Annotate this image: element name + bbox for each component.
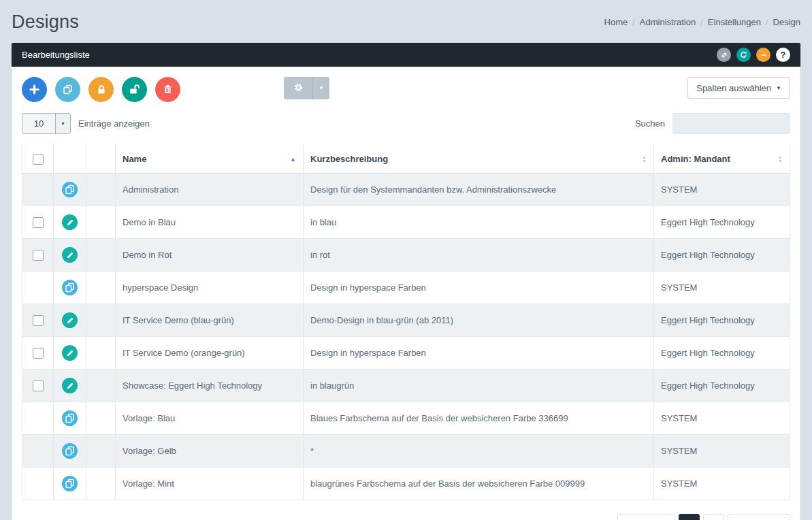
edit-icon[interactable] — [62, 214, 78, 230]
edit-icon[interactable] — [62, 247, 78, 263]
breadcrumb-separator: / — [632, 17, 635, 27]
breadcrumb-item-home[interactable]: Home — [604, 17, 628, 27]
row-action-cell — [54, 468, 86, 500]
row-select-cell — [22, 337, 54, 370]
breadcrumb-item-einstellungen[interactable]: Einstellungen — [708, 17, 761, 27]
page-1-button[interactable]: 1 — [679, 514, 700, 520]
row-select-cell — [22, 304, 54, 337]
row-select-cell — [22, 174, 54, 206]
copy-icon[interactable] — [62, 280, 78, 295]
design-mandant: SYSTEM — [654, 272, 790, 304]
next-button[interactable]: Nächste → — [728, 514, 790, 520]
search-input[interactable] — [672, 113, 790, 134]
unlock-icon — [129, 84, 140, 95]
design-name: Demo in Blau — [116, 206, 304, 239]
caret-down-icon: ▼ — [319, 85, 324, 91]
row-action-cell — [54, 402, 86, 435]
row-spacer-cell — [86, 174, 116, 206]
unlock-button[interactable] — [122, 77, 147, 102]
row-spacer-cell — [86, 304, 116, 337]
resize-icon[interactable] — [717, 48, 731, 62]
page-2-button[interactable]: 2 — [703, 514, 724, 520]
row-checkbox[interactable] — [33, 348, 44, 359]
row-checkbox[interactable] — [33, 217, 44, 228]
columns-select-button[interactable]: Spalten auswählen ▼ — [687, 77, 790, 99]
copy-icon[interactable] — [62, 443, 78, 459]
copy-icon[interactable] — [62, 182, 78, 197]
row-select-cell — [22, 370, 54, 402]
design-name: IT Service Demo (blau-grün) — [116, 304, 304, 337]
table-header-row: Name ▲ Kurzbeschreibung ▲▼ Admin: Mandan… — [22, 145, 790, 174]
delete-button[interactable] — [155, 77, 180, 102]
name-column-header[interactable]: Name ▲ — [116, 145, 304, 174]
row-action-cell — [54, 337, 86, 370]
panel-header: Bearbeitungsliste ? — [12, 43, 800, 67]
panel-title: Bearbeitungsliste — [22, 50, 90, 60]
edit-icon[interactable] — [62, 345, 78, 361]
table-row: Demo in Blauin blauEggert High Technolog… — [22, 206, 790, 239]
edit-icon[interactable] — [62, 378, 78, 393]
controls-row: 10 ▼ Einträge anzeigen Suchen — [12, 102, 800, 145]
description-column-header[interactable]: Kurzbeschreibung ▲▼ — [304, 145, 654, 174]
copy-icon — [63, 84, 73, 95]
copy-button[interactable] — [55, 77, 80, 102]
design-mandant: Eggert High Technology — [654, 304, 790, 337]
table-row: IT Service Demo (blau-grün)Demo-Design i… — [22, 304, 790, 337]
row-checkbox[interactable] — [33, 380, 44, 391]
breadcrumb-item-administration[interactable]: Administration — [640, 17, 696, 27]
breadcrumb: Home/Administration/Einstellungen/Design — [604, 17, 800, 27]
toolbar-actions — [22, 77, 189, 102]
row-select-cell — [22, 468, 54, 500]
row-spacer-cell — [86, 272, 116, 304]
designs-table: Name ▲ Kurzbeschreibung ▲▼ Admin: Mandan… — [22, 145, 790, 500]
previous-button[interactable]: ← Zurück — [617, 514, 675, 520]
design-description: blaugrünes Farbschema auf der Basis der … — [304, 468, 654, 500]
design-mandant: SYSTEM — [654, 435, 790, 468]
page-length-label: Einträge anzeigen — [78, 118, 150, 129]
table-row: Vorlage: Gelb*SYSTEM — [22, 435, 790, 468]
collapse-icon[interactable] — [756, 48, 770, 62]
edit-icon[interactable] — [62, 312, 78, 328]
sort-asc-icon[interactable]: ▲ — [290, 156, 296, 163]
row-checkbox[interactable] — [33, 315, 44, 326]
design-mandant: Eggert High Technology — [654, 370, 790, 402]
design-description: in blaugrün — [304, 370, 654, 402]
design-description: Design für den Systemmandanten bzw. Admi… — [304, 174, 654, 206]
table-row: IT Service Demo (orange-grün)Design in h… — [22, 337, 790, 370]
select-all-checkbox[interactable] — [33, 154, 44, 165]
design-description: Demo-Design in blau-grün (ab 2011) — [304, 304, 654, 337]
settings-dropdown-button[interactable]: ▼ — [312, 77, 329, 99]
design-description: * — [304, 435, 654, 468]
breadcrumb-separator: / — [700, 17, 703, 27]
help-icon[interactable]: ? — [776, 48, 790, 62]
design-name: IT Service Demo (orange-grün) — [116, 337, 304, 370]
mandant-column-header[interactable]: Admin: Mandant ▲▼ — [654, 145, 790, 174]
refresh-icon[interactable] — [736, 48, 751, 62]
row-checkbox[interactable] — [33, 250, 44, 261]
design-description: in blau — [304, 206, 654, 239]
sort-icon[interactable]: ▲▼ — [642, 155, 647, 163]
design-mandant: SYSTEM — [654, 402, 790, 435]
sort-icon[interactable]: ▲▼ — [778, 155, 783, 163]
table-row: Vorlage: BlauBlaues Farbschema auf der B… — [22, 402, 790, 435]
table-row: hyperspace DesignDesign in hyperspace Fa… — [22, 272, 790, 304]
breadcrumb-item-design: Design — [773, 17, 800, 27]
add-button[interactable] — [22, 77, 47, 102]
copy-icon[interactable] — [62, 410, 78, 426]
lock-button[interactable] — [88, 77, 114, 102]
design-description: Design in hyperspace Farben — [304, 337, 654, 370]
row-action-cell — [54, 370, 86, 402]
design-name: Showcase: Eggert High Technology — [116, 370, 304, 402]
toolbar: ▼ Spalten auswählen ▼ — [12, 67, 800, 102]
row-spacer-cell — [86, 468, 116, 500]
copy-icon[interactable] — [62, 476, 78, 491]
design-name: Administration — [116, 174, 304, 206]
design-mandant: Eggert High Technology — [654, 239, 790, 272]
design-name: Vorlage: Blau — [116, 402, 304, 435]
design-description: Design in hyperspace Farben — [304, 272, 654, 304]
select-arrow-icon: ▼ — [55, 114, 70, 133]
settings-button[interactable] — [284, 77, 312, 99]
table-wrap: Name ▲ Kurzbeschreibung ▲▼ Admin: Mandan… — [12, 145, 800, 500]
page-length-select[interactable]: 10 ▼ — [22, 113, 71, 134]
action-column-header — [54, 145, 86, 174]
